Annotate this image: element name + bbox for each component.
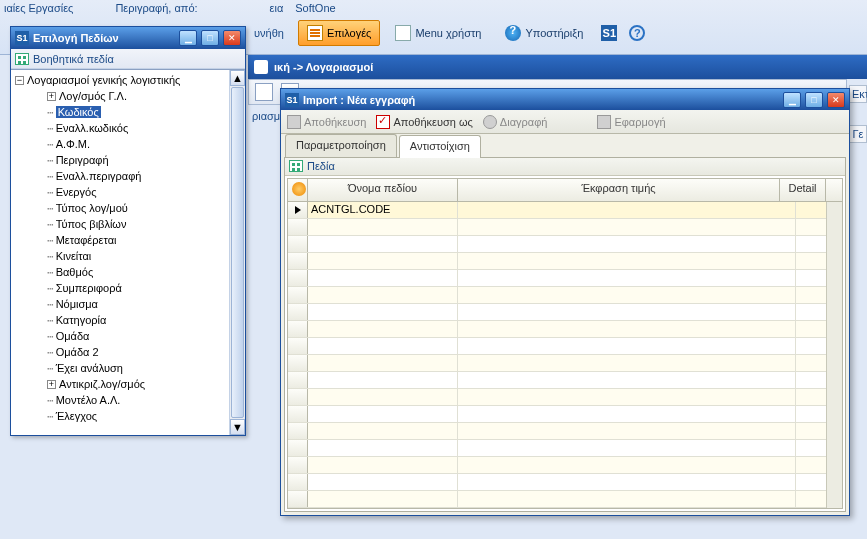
- table-row[interactable]: [288, 219, 842, 236]
- cell-expr[interactable]: [458, 389, 796, 405]
- scroll-thumb[interactable]: [231, 87, 244, 418]
- bg-menu-item[interactable]: SoftOne: [295, 2, 335, 14]
- table-row[interactable]: [288, 270, 842, 287]
- save-as-button[interactable]: Αποθήκευση ως: [376, 115, 472, 129]
- cell-name[interactable]: [308, 406, 458, 422]
- dock-tab[interactable]: Γε: [849, 125, 867, 143]
- cell-name[interactable]: [308, 270, 458, 286]
- grid-body[interactable]: ACNTGL.CODE0: [288, 202, 842, 508]
- tree-item[interactable]: ⋯Μεταφέρεται: [11, 232, 245, 248]
- table-row[interactable]: [288, 372, 842, 389]
- tree-item[interactable]: ⋯Έχει ανάλυση: [11, 360, 245, 376]
- tree-root[interactable]: −Λογαριασμοί γενικής λογιστικής: [11, 72, 245, 88]
- tree-item[interactable]: ⋯Εναλλ.περιγραφή: [11, 168, 245, 184]
- table-row[interactable]: [288, 287, 842, 304]
- tab-mapping[interactable]: Αντιστοίχιση: [399, 135, 481, 158]
- cell-expr[interactable]: [458, 355, 796, 371]
- cell-expr[interactable]: [458, 219, 796, 235]
- scrollbar[interactable]: ▲ ▼: [229, 70, 245, 435]
- cell-expr[interactable]: [458, 304, 796, 320]
- cell-name[interactable]: [308, 457, 458, 473]
- table-row[interactable]: [288, 304, 842, 321]
- tree-item[interactable]: ⋯Τύπος βιβλίων: [11, 216, 245, 232]
- table-row[interactable]: [288, 355, 842, 372]
- table-row[interactable]: [288, 236, 842, 253]
- cell-name[interactable]: [308, 338, 458, 354]
- cell-name[interactable]: ACNTGL.CODE: [308, 202, 458, 218]
- table-row[interactable]: [288, 253, 842, 270]
- expand-icon[interactable]: +: [47, 92, 56, 101]
- cell-name[interactable]: [308, 287, 458, 303]
- cell-name[interactable]: [308, 474, 458, 490]
- table-row[interactable]: [288, 389, 842, 406]
- column-header-expr[interactable]: Έκφραση τιμής: [458, 179, 780, 201]
- minimize-button[interactable]: ▁: [179, 30, 197, 46]
- cell-name[interactable]: [308, 440, 458, 456]
- close-button[interactable]: ✕: [827, 92, 845, 108]
- close-button[interactable]: ✕: [223, 30, 241, 46]
- maximize-button[interactable]: □: [201, 30, 219, 46]
- tree-item[interactable]: +Λογ/σμός Γ.Λ.: [11, 88, 245, 104]
- cell-expr[interactable]: [458, 474, 796, 490]
- table-row[interactable]: [288, 457, 842, 474]
- titlebar[interactable]: S1 Import : Νέα εγγραφή ▁ □ ✕: [281, 89, 849, 110]
- mapping-grid[interactable]: Όνομα πεδίου Έκφραση τιμής Detail ACNTGL…: [287, 178, 843, 509]
- cell-name[interactable]: [308, 372, 458, 388]
- cell-name[interactable]: [308, 304, 458, 320]
- cell-name[interactable]: [308, 253, 458, 269]
- tree-item[interactable]: ⋯Κατηγορία: [11, 312, 245, 328]
- tree-item[interactable]: ⋯Εναλλ.κωδικός: [11, 120, 245, 136]
- scroll-down-button[interactable]: ▼: [230, 419, 245, 435]
- maximize-button[interactable]: □: [805, 92, 823, 108]
- tree-item[interactable]: +Αντικριζ.λογ/σμός: [11, 376, 245, 392]
- tree-item[interactable]: ⋯Νόμισμα: [11, 296, 245, 312]
- tree-item[interactable]: ⋯Κινείται: [11, 248, 245, 264]
- cell-expr[interactable]: [458, 321, 796, 337]
- cell-expr[interactable]: [458, 338, 796, 354]
- cell-expr[interactable]: [458, 423, 796, 439]
- tree-item[interactable]: ⋯Α.Φ.Μ.: [11, 136, 245, 152]
- column-header-name[interactable]: Όνομα πεδίου: [308, 179, 458, 201]
- cell-name[interactable]: [308, 321, 458, 337]
- grid-scrollbar[interactable]: [826, 202, 842, 508]
- cell-expr[interactable]: [458, 372, 796, 388]
- table-row[interactable]: [288, 474, 842, 491]
- scroll-up-button[interactable]: ▲: [230, 70, 245, 86]
- cell-name[interactable]: [308, 236, 458, 252]
- tree-item[interactable]: ⋯Ομάδα: [11, 328, 245, 344]
- minimize-button[interactable]: ▁: [783, 92, 801, 108]
- gear-icon[interactable]: [292, 182, 306, 196]
- cell-name[interactable]: [308, 423, 458, 439]
- cell-expr[interactable]: [458, 491, 796, 507]
- tree-item[interactable]: ⋯Ενεργός: [11, 184, 245, 200]
- tree-item[interactable]: ⋯Κωδικός: [11, 104, 245, 120]
- bg-menu-item[interactable]: εια: [270, 2, 284, 14]
- tree-item[interactable]: ⋯Περιγραφή: [11, 152, 245, 168]
- support-button[interactable]: Υποστήριξη: [496, 20, 592, 46]
- cell-name[interactable]: [308, 355, 458, 371]
- cell-expr[interactable]: [458, 270, 796, 286]
- dock-tab[interactable]: Εκτ: [849, 85, 867, 103]
- cell-expr[interactable]: [458, 253, 796, 269]
- tree-item[interactable]: ⋯Μοντέλο Α.Λ.: [11, 392, 245, 408]
- expand-icon[interactable]: +: [47, 380, 56, 389]
- table-row[interactable]: [288, 440, 842, 457]
- table-row[interactable]: [288, 321, 842, 338]
- cell-expr[interactable]: [458, 202, 796, 218]
- column-header-detail[interactable]: Detail: [780, 179, 826, 201]
- tab-parameters[interactable]: Παραμετροποίηση: [285, 134, 397, 157]
- tool-icon[interactable]: [255, 83, 273, 101]
- tree-item[interactable]: ⋯Έλεγχος: [11, 408, 245, 424]
- options-button[interactable]: Επιλογές: [298, 20, 381, 46]
- collapse-icon[interactable]: −: [15, 76, 24, 85]
- s1-button[interactable]: S1: [598, 22, 620, 44]
- cell-expr[interactable]: [458, 406, 796, 422]
- cell-name[interactable]: [308, 491, 458, 507]
- cell-expr[interactable]: [458, 287, 796, 303]
- titlebar[interactable]: S1 Επιλογή Πεδίων ▁ □ ✕: [11, 27, 245, 49]
- table-row[interactable]: [288, 338, 842, 355]
- tree-view[interactable]: −Λογαριασμοί γενικής λογιστικής+Λογ/σμός…: [11, 69, 245, 435]
- cell-name[interactable]: [308, 389, 458, 405]
- user-menu-button[interactable]: Menu χρήστη: [386, 20, 490, 46]
- cell-expr[interactable]: [458, 457, 796, 473]
